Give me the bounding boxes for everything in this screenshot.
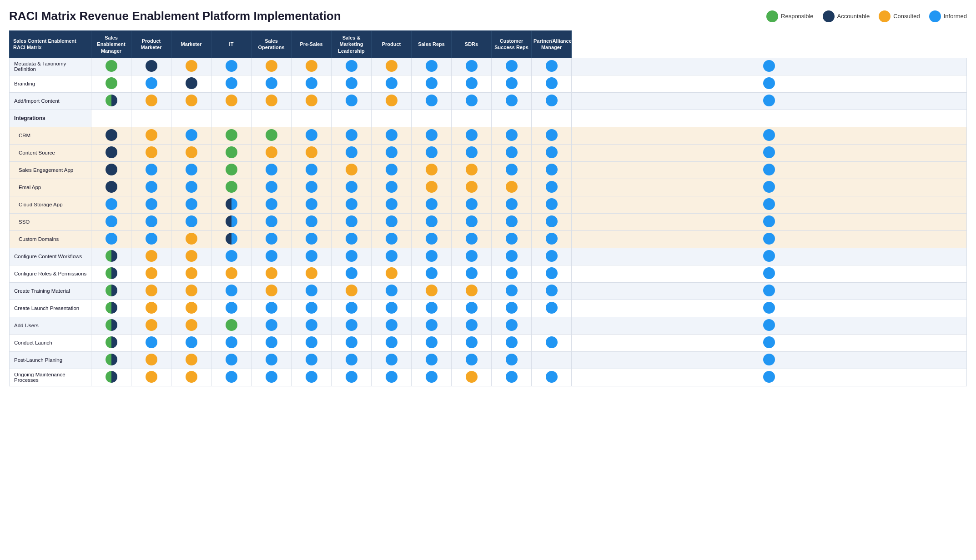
col-header-sr: Sales Reps bbox=[412, 31, 452, 58]
data-cell bbox=[372, 92, 412, 110]
dot-accountable bbox=[106, 181, 117, 193]
data-cell bbox=[452, 317, 492, 334]
data-cell bbox=[211, 300, 252, 317]
dot-informed bbox=[386, 302, 397, 314]
data-cell bbox=[131, 265, 171, 282]
dot-informed bbox=[106, 215, 117, 227]
dot-informed bbox=[346, 267, 357, 279]
data-cell bbox=[532, 213, 572, 230]
data-cell bbox=[171, 144, 211, 161]
data-cell bbox=[412, 196, 452, 213]
dot-consulted bbox=[146, 302, 157, 314]
data-cell bbox=[532, 334, 572, 351]
dot-informed bbox=[763, 60, 775, 72]
data-cell bbox=[452, 110, 492, 127]
data-cell bbox=[492, 110, 532, 127]
data-cell bbox=[492, 317, 532, 334]
data-cell bbox=[532, 265, 572, 282]
dot-informed bbox=[346, 302, 357, 314]
data-cell bbox=[211, 351, 252, 369]
table-row: Content Source bbox=[10, 144, 967, 161]
dot-informed bbox=[506, 250, 518, 262]
data-cell bbox=[131, 317, 171, 334]
data-cell bbox=[211, 230, 252, 248]
dot-informed bbox=[546, 285, 558, 296]
data-cell bbox=[492, 334, 532, 351]
dot-half-green-dark bbox=[106, 95, 117, 106]
dot-consulted bbox=[186, 233, 197, 245]
dot-half-dark-blue bbox=[226, 233, 237, 245]
raci-matrix-table: Sales Content EnablementRACI Matrix Sale… bbox=[9, 30, 967, 386]
dot-consulted bbox=[466, 285, 478, 296]
data-cell bbox=[292, 179, 332, 196]
col-header-sml: Sales & Marketing Leadership bbox=[332, 31, 372, 58]
data-cell bbox=[91, 92, 131, 110]
dot-informed bbox=[506, 302, 518, 314]
legend-consulted: Consulted bbox=[879, 10, 920, 22]
row-label: Post-Launch Planing bbox=[10, 351, 91, 369]
data-cell bbox=[332, 196, 372, 213]
dot-informed bbox=[186, 181, 197, 193]
dot-consulted bbox=[466, 164, 478, 175]
data-cell bbox=[412, 179, 452, 196]
data-cell bbox=[211, 144, 252, 161]
dot-informed bbox=[306, 336, 317, 348]
dot-informed bbox=[266, 198, 277, 210]
data-cell bbox=[171, 351, 211, 369]
row-label: Create Training Material bbox=[10, 282, 91, 300]
data-cell bbox=[211, 265, 252, 282]
dot-informed bbox=[346, 198, 357, 210]
dot-informed bbox=[226, 336, 237, 348]
table-row: Cloud Storage App bbox=[10, 196, 967, 213]
data-cell bbox=[292, 265, 332, 282]
dot-informed bbox=[426, 250, 438, 262]
dot-informed bbox=[146, 181, 157, 193]
dot-half-green-dark bbox=[106, 285, 117, 296]
data-cell bbox=[211, 75, 252, 92]
dot-consulted bbox=[306, 60, 317, 72]
data-cell bbox=[412, 265, 452, 282]
data-cell bbox=[252, 213, 292, 230]
dot-informed bbox=[426, 95, 438, 106]
data-cell bbox=[171, 92, 211, 110]
data-cell bbox=[91, 248, 131, 265]
table-row: Ongoing Maintenance Processes bbox=[10, 369, 967, 386]
data-cell bbox=[131, 58, 171, 75]
col-header-mkt: Marketer bbox=[171, 31, 211, 58]
data-cell bbox=[211, 213, 252, 230]
data-cell bbox=[412, 351, 452, 369]
dot-informed bbox=[306, 164, 317, 175]
dot-informed bbox=[466, 319, 478, 331]
dot-informed bbox=[546, 302, 558, 314]
dot-informed bbox=[506, 336, 518, 348]
dot-informed bbox=[506, 60, 518, 72]
dot-half-green-dark bbox=[106, 267, 117, 279]
data-cell bbox=[252, 161, 292, 179]
dot-informed bbox=[506, 267, 518, 279]
data-cell bbox=[452, 230, 492, 248]
data-cell bbox=[131, 196, 171, 213]
dot-informed bbox=[546, 95, 558, 106]
col-header-pm: Product Marketer bbox=[131, 31, 171, 58]
dot-consulted bbox=[266, 267, 277, 279]
data-cell bbox=[252, 282, 292, 300]
data-cell bbox=[492, 58, 532, 75]
data-cell bbox=[332, 213, 372, 230]
dot-half-green-dark bbox=[106, 302, 117, 314]
dot-consulted bbox=[386, 60, 397, 72]
dot-informed bbox=[546, 77, 558, 89]
dot-consulted bbox=[146, 371, 157, 383]
data-cell bbox=[252, 196, 292, 213]
dot-consulted bbox=[386, 267, 397, 279]
data-cell bbox=[171, 196, 211, 213]
data-cell bbox=[332, 282, 372, 300]
data-cell bbox=[332, 75, 372, 92]
data-cell bbox=[492, 75, 532, 92]
dot-accountable bbox=[106, 146, 117, 158]
data-cell bbox=[572, 92, 967, 110]
dot-informed bbox=[763, 77, 775, 89]
table-row: Custom Domains bbox=[10, 230, 967, 248]
data-cell bbox=[171, 75, 211, 92]
data-cell bbox=[211, 248, 252, 265]
dot-consulted bbox=[226, 95, 237, 106]
